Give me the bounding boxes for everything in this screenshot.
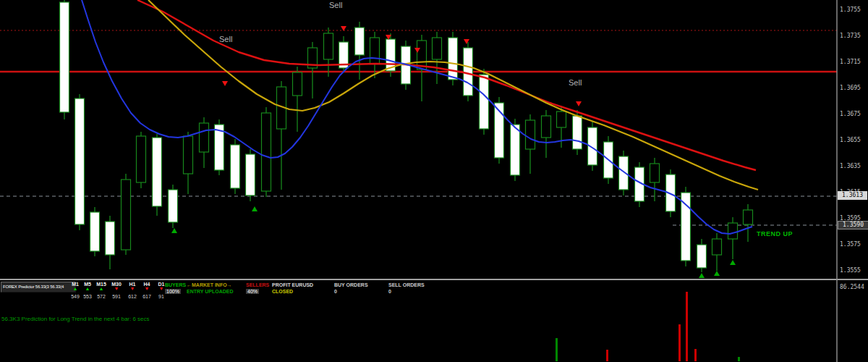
market-info-block: ←MARKET INFO→ENTRY UPLOADED xyxy=(187,282,234,294)
candlestick xyxy=(464,48,473,96)
candlestick xyxy=(650,164,660,182)
pg-sellers-line2: 40% xyxy=(246,289,269,294)
down-arrow-icon: ▼ xyxy=(125,287,140,291)
sell-orders-block: SELL ORDERS0 xyxy=(388,282,425,294)
timeframe-column: M15▲572 xyxy=(94,282,109,299)
candlestick xyxy=(511,125,520,175)
candlestick xyxy=(526,120,535,149)
buy-arrow-icon xyxy=(699,273,705,278)
candlestick xyxy=(557,111,566,127)
candlestick xyxy=(370,38,380,64)
trend-up-label: TREND UP xyxy=(757,230,793,237)
histogram-bar xyxy=(556,338,558,361)
buy-arrow-icon xyxy=(714,271,720,276)
candlestick xyxy=(60,2,69,112)
candlestick xyxy=(153,138,162,206)
price-axis-label: 1.3575 xyxy=(840,241,861,248)
candlestick xyxy=(169,190,178,222)
up-arrow-icon: ▲ xyxy=(94,287,109,291)
buy-arrow-icon xyxy=(171,228,177,233)
candlestick xyxy=(433,38,442,59)
sell-arrow-icon xyxy=(222,81,228,86)
forex-predictor-panel: FOREX Predictor 56.33(3 56.33(4 M1▲549M5… xyxy=(0,281,463,313)
ma-fast-blue xyxy=(82,0,752,234)
candlestick xyxy=(681,193,691,261)
timeframe-column: H1▼612 xyxy=(125,282,140,299)
price-axis-label: 1.3715 xyxy=(840,59,861,65)
candlestick xyxy=(573,116,582,149)
timeframe-value: 612 xyxy=(125,294,140,299)
pg-profit-line2: CLOSED xyxy=(272,289,313,294)
sell-text-label: Sell xyxy=(329,1,342,9)
pg-profit-line1: PROFIT EURUSD xyxy=(272,282,313,287)
candlestick xyxy=(200,123,209,152)
price-axis-label: 1.3675 xyxy=(840,111,861,117)
candlestick xyxy=(697,245,707,268)
candlestick xyxy=(262,113,271,191)
histogram-bar xyxy=(686,292,688,361)
candlestick xyxy=(619,156,629,190)
pg-info-line2: ENTRY UPLOADED xyxy=(187,289,234,294)
sell-arrow-icon xyxy=(341,26,346,31)
candlestick xyxy=(712,239,722,255)
histogram-bar xyxy=(738,357,740,361)
histogram-bar xyxy=(694,349,697,361)
price-axis-label: 1.3695 xyxy=(840,85,861,91)
price-tag: 1.3590 xyxy=(838,221,868,230)
candlestick xyxy=(293,72,302,96)
value-chip: 100% xyxy=(165,289,181,294)
price-axis-label: 1.3755 xyxy=(840,7,861,13)
sell-arrow-icon xyxy=(464,39,469,44)
histogram-bar xyxy=(678,324,681,361)
mt4-chart-window: 1.37551.37351.37151.36951.36751.36551.36… xyxy=(0,0,868,362)
sell-text-label: Sell xyxy=(219,35,232,43)
value-chip: 40% xyxy=(246,289,259,294)
down-arrow-icon: ▼ xyxy=(140,287,154,291)
buy-orders-block: BUY ORDERS0 xyxy=(334,282,368,294)
timeframe-column: H4▼617 xyxy=(140,282,154,299)
pg-buyord-line1: BUY ORDERS xyxy=(334,282,368,287)
pg-buyers-line1: BUYERS xyxy=(165,282,186,287)
price-axis-label: 1.3655 xyxy=(840,137,861,143)
sell-arrow-icon xyxy=(576,101,582,106)
price-axis-label: 1.3635 xyxy=(840,163,861,169)
timeframe-value: 553 xyxy=(80,294,95,299)
pg-sellord-line1: SELL ORDERS xyxy=(388,282,425,287)
buyers-block: BUYERS100% xyxy=(165,282,186,294)
candlestick xyxy=(231,145,240,188)
timeframe-column: M30▼591 xyxy=(109,282,124,299)
histogram-bar xyxy=(606,350,608,361)
candlestick xyxy=(246,154,255,195)
sellers-block: SELLERS40% xyxy=(246,282,269,294)
candlestick xyxy=(480,75,489,129)
buy-arrow-icon xyxy=(730,260,736,265)
timeframe-value: 572 xyxy=(94,294,109,299)
pg-sellord-line2: 0 xyxy=(388,289,425,294)
up-arrow-icon: ▲ xyxy=(80,287,95,291)
timeframe-column: M5▲553 xyxy=(80,282,95,299)
candlestick xyxy=(90,212,100,251)
candlestick xyxy=(184,136,193,174)
candlestick xyxy=(122,180,131,250)
subwindow-axis-label: 86.2544 xyxy=(840,284,864,290)
timeframe-value: 91 xyxy=(154,294,169,299)
candlestick xyxy=(744,210,753,224)
candlestick xyxy=(75,98,85,224)
indicator-title-bar: FOREX Predictor 56.33(3 56.33(4 xyxy=(1,282,76,292)
candlestick xyxy=(106,222,115,255)
candlestick xyxy=(542,116,551,138)
prediction-status-line: 56.3K3 Prediction for Long Trend in the … xyxy=(1,316,150,322)
down-arrow-icon: ▼ xyxy=(109,287,124,291)
timeframe-value: 617 xyxy=(140,294,154,299)
pg-buyers-line2: 100% xyxy=(165,289,186,294)
candlestick xyxy=(137,136,146,182)
buy-arrow-icon xyxy=(252,206,258,211)
pg-buyord-line2: 0 xyxy=(334,289,368,294)
candlestick xyxy=(355,28,365,55)
timeframe-value: 591 xyxy=(109,294,124,299)
pg-sellers-line1: SELLERS xyxy=(246,282,269,287)
candlestick xyxy=(728,223,738,239)
profit-block: PROFIT EURUSDCLOSED xyxy=(272,282,313,294)
candlestick xyxy=(324,33,333,59)
price-tag: 1.3613 xyxy=(838,191,867,200)
